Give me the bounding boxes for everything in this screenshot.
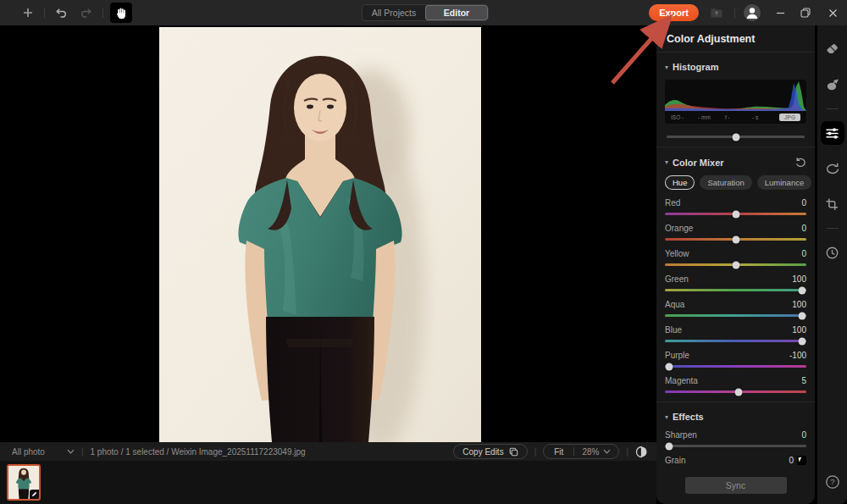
slider-handle[interactable] [798,337,805,345]
minimize-button[interactable] [767,0,793,25]
slider-handle[interactable] [734,388,742,396]
effects-section-header[interactable]: ▾ Effects [665,412,806,422]
account-avatar[interactable] [744,4,761,21]
orange-slider[interactable] [665,238,806,241]
slider-handle[interactable] [732,210,739,218]
color-mixer-tabs: Hue Saturation Luminance [665,175,806,190]
toolbar-separator [734,8,735,18]
green-slider[interactable] [665,289,806,291]
slider-handle[interactable] [732,261,739,269]
crop-tool[interactable] [821,192,844,216]
undo-button[interactable] [52,3,70,22]
slider-handle[interactable] [666,442,673,450]
publish-icon [710,7,723,19]
eraser-tool[interactable] [821,37,844,61]
export-button[interactable]: Export [649,4,699,21]
add-photo-button[interactable] [19,3,37,22]
slider-label: Yellow [665,249,689,258]
slider-row-grain: Grain 0 [665,454,806,467]
slider-handle[interactable] [666,363,673,370]
magenta-slider[interactable] [665,390,806,393]
slider-value: 100 [792,325,806,335]
histogram-title: Histogram [673,62,718,72]
red-slider[interactable] [665,213,806,215]
tab-editor[interactable]: Editor [425,5,488,20]
history-tool[interactable] [821,241,844,264]
hand-tool-button[interactable] [110,3,132,23]
minimize-icon [776,8,785,18]
slider-row-aqua: Aqua100 [665,298,806,317]
slider-row-red: Red0 [665,197,806,215]
effects-title: Effects [673,412,704,422]
blue-slider[interactable] [665,340,806,342]
slider-label: Purple [665,351,689,360]
fit-button[interactable]: Fit [544,445,573,458]
slider-label: Grain [665,456,685,465]
toolbar-separator [102,8,103,18]
statusbar-separator: | [534,447,537,457]
histogram-section-header[interactable]: ▾ Histogram [665,62,806,72]
reset-icon[interactable] [794,157,806,168]
restore-icon [800,8,811,18]
copy-edits-button[interactable]: Copy Edits [453,444,527,459]
avatar-icon [744,4,761,21]
slider-handle[interactable] [798,286,805,294]
sync-button[interactable]: Sync [685,477,787,494]
tab-hue[interactable]: Hue [665,175,695,190]
history-icon [825,246,839,260]
caret-down-icon: ▾ [665,158,668,166]
help-button[interactable]: ? [821,470,844,494]
caret-down-icon: ▾ [665,413,668,421]
close-button[interactable] [818,0,847,25]
panel-body: ▾ Histogram ISO - - mm f - - s JPG [656,53,815,467]
photo-woman-teal-top [159,27,481,442]
slider-handle[interactable] [798,312,805,319]
slider-value: 5 [801,376,806,385]
meta-s: - s [752,114,779,120]
slider-label: Aqua [665,300,684,309]
view-switcher: All Projects Editor [362,4,489,21]
publish-button[interactable] [707,3,726,22]
adjustments-tool-active[interactable] [821,121,844,145]
aqua-slider[interactable] [665,314,806,317]
tab-all-projects[interactable]: All Projects [363,5,425,20]
tab-luminance[interactable]: Luminance [757,175,811,190]
tab-saturation[interactable]: Saturation [700,175,751,190]
color-mixer-section-header[interactable]: ▾ Color Mixer [665,158,794,168]
sharpen-slider[interactable] [665,445,806,447]
slider-handle[interactable] [732,133,739,141]
histogram-meta: ISO - - mm f - - s JPG [665,111,806,124]
histogram-slider[interactable] [667,136,805,138]
slider-value: 100 [792,274,806,284]
zoom-controls: Fit 28% [543,444,619,459]
yellow-slider[interactable] [665,263,806,266]
redo-button[interactable] [77,3,96,22]
color-adjustment-panel: Color Adjustment ▾ Histogram ISO - - mm … [656,25,815,504]
slider-value: -100 [789,351,806,360]
pencil-icon [31,491,37,497]
zoom-level-dropdown[interactable]: 28% [574,445,618,458]
purple-slider[interactable] [665,365,806,368]
slider-row-yellow: Yellow0 [665,247,806,266]
ai-remove-tool[interactable] [821,73,844,97]
slider-value: 0 [789,456,794,465]
meta-mm: - mm [698,114,725,120]
photo-filter-dropdown[interactable]: All photo [12,447,75,457]
svg-text:?: ? [830,477,834,486]
slider-row-sharpen: Sharpen0 [665,429,806,447]
editor-canvas[interactable] [0,25,656,442]
eraser-icon [825,42,839,57]
slider-handle[interactable] [732,235,739,243]
statusbar-separator: | [626,447,628,457]
restore-button[interactable] [793,0,818,25]
reshape-tool[interactable] [821,157,844,180]
photo-thumbnail-selected[interactable] [7,464,41,501]
meta-iso: ISO - [671,114,698,120]
compare-icon[interactable] [635,446,648,458]
sidebar-separator [827,108,839,109]
format-badge[interactable]: JPG [779,114,800,121]
ai-remove-icon [825,78,840,92]
copy-edits-label: Copy Edits [462,447,503,457]
slider-value: 0 [801,430,806,440]
slider-label: Red [665,198,680,208]
